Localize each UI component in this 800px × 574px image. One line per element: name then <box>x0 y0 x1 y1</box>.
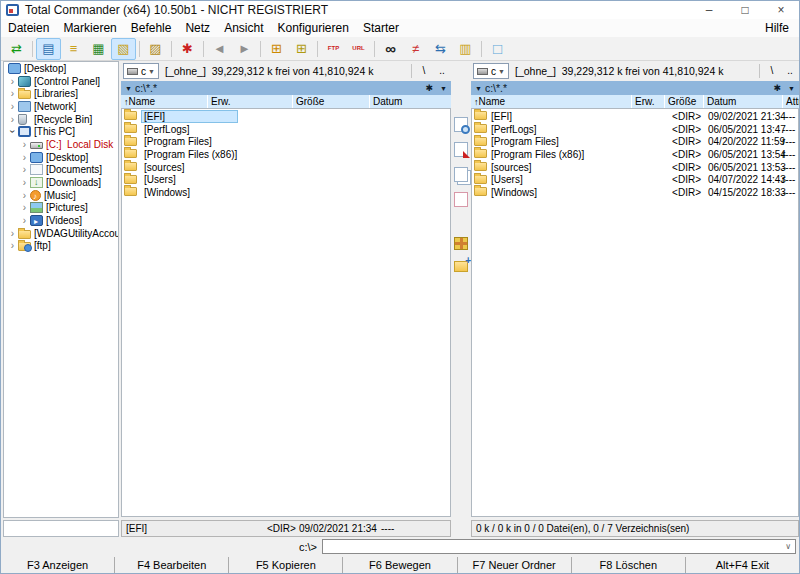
tree-item-libraries[interactable]: [Libraries] <box>4 87 118 100</box>
function-key-button[interactable]: F5 Kopieren <box>228 557 342 574</box>
file-row[interactable]: [EFI] <box>122 110 450 123</box>
tree-expander-icon[interactable] <box>19 215 30 226</box>
tree-view-icon[interactable]: ▧ <box>111 38 136 60</box>
refresh-icon[interactable]: ⇄ <box>4 38 29 60</box>
path-favorites-button[interactable]: ✱ <box>774 83 782 93</box>
menu-item[interactable]: Markieren <box>56 19 123 37</box>
path-dropdown-icon[interactable]: ▼ <box>125 85 132 92</box>
function-key-button[interactable]: F3 Anzeigen <box>1 557 114 574</box>
drive-selector[interactable]: c ▼ <box>473 63 509 79</box>
path-favorites-button[interactable]: ✱ <box>426 83 434 93</box>
back-icon[interactable]: ◄ <box>207 38 232 60</box>
tree-expander-icon[interactable] <box>7 76 18 87</box>
column-header[interactable]: Datum <box>370 95 451 108</box>
tree-item-network[interactable]: [Network] <box>4 100 118 113</box>
file-row[interactable]: [PerfLogs] <box>122 123 450 136</box>
path-history-button[interactable]: ▼ <box>440 85 447 92</box>
tree-expander-icon[interactable] <box>19 202 30 213</box>
tree-expander-icon[interactable] <box>7 240 18 251</box>
tree-expander-icon[interactable] <box>19 177 30 188</box>
thumbnails-view-icon[interactable]: ▦ <box>86 38 111 60</box>
tree-item-pictures[interactable]: [Pictures] <box>4 202 118 215</box>
function-key-button[interactable]: F4 Bearbeiten <box>114 557 228 574</box>
path-dropdown-icon[interactable]: ▼ <box>475 85 482 92</box>
tree-expander-icon[interactable] <box>7 114 18 125</box>
new-panel-icon[interactable]: □ <box>485 38 510 60</box>
menu-item[interactable]: Netz <box>178 19 217 37</box>
new-favorite-icon[interactable]: ✱ <box>175 38 200 60</box>
file-row[interactable]: [Users] <DIR> 04/07/2022 14:43 r--- <box>472 173 798 186</box>
tree-expander-icon[interactable] <box>7 126 18 137</box>
menu-item[interactable]: Ansicht <box>217 19 270 37</box>
function-key-button[interactable]: F7 Neuer Ordner <box>457 557 571 574</box>
goto-parent-button[interactable]: .. <box>433 62 451 80</box>
tree-expander-icon[interactable] <box>19 152 30 163</box>
tree-item-desktop[interactable]: [Desktop] <box>4 62 118 75</box>
column-header[interactable]: Größe <box>665 95 703 108</box>
minimize-button[interactable]: – <box>691 1 727 19</box>
path-history-button[interactable]: ▼ <box>788 85 795 92</box>
menu-item[interactable]: Dateien <box>1 19 56 37</box>
maximize-button[interactable]: □ <box>727 1 763 19</box>
search-icon[interactable]: ∞ <box>378 38 403 60</box>
goto-root-button[interactable]: \ <box>763 62 781 80</box>
function-key-button[interactable]: Alt+F4 Exit <box>685 557 799 574</box>
tree-item-desktop-folder[interactable]: [Desktop] <box>4 151 118 164</box>
file-row[interactable]: [Windows] <DIR> 04/15/2022 18:33 ---- <box>472 186 798 199</box>
menu-item[interactable]: Befehle <box>124 19 179 37</box>
column-header[interactable]: ↑Name <box>471 95 631 108</box>
file-row[interactable]: [sources] <box>122 161 450 174</box>
tree-item-documents[interactable]: [Documents] <box>4 164 118 177</box>
close-button[interactable]: × <box>763 1 799 19</box>
view-file-icon[interactable] <box>454 117 468 132</box>
file-row[interactable]: [Program Files (x86)] <box>122 148 450 161</box>
goto-root-button[interactable]: \ <box>415 62 433 80</box>
toolbar-separator[interactable] <box>32 41 33 57</box>
file-row[interactable]: [Users] <box>122 173 450 186</box>
function-key-button[interactable]: F8 Löschen <box>571 557 685 574</box>
sync-dirs-icon[interactable]: ⇆ <box>428 38 453 60</box>
toolbar-separator[interactable] <box>481 41 482 57</box>
file-row[interactable]: [Program Files (x86)] <DIR> 06/05/2021 1… <box>472 148 798 161</box>
ftp-url-icon[interactable]: URL <box>346 38 371 60</box>
column-header[interactable]: Attr. <box>783 95 799 108</box>
tree-item-recycle-bin[interactable]: [Recycle Bin] <box>4 113 118 126</box>
column-header[interactable]: Datum <box>704 95 782 108</box>
function-key-button[interactable]: F6 Bewegen <box>342 557 456 574</box>
toolbar-separator[interactable] <box>139 41 140 57</box>
toolbar-separator[interactable] <box>171 41 172 57</box>
column-header[interactable]: Erw. <box>632 95 664 108</box>
copy-files-icon[interactable] <box>454 167 468 182</box>
tree-item-control-panel[interactable]: [Control Panel] <box>4 75 118 88</box>
unpack-files-icon[interactable]: ⊞ <box>289 38 314 60</box>
full-view-icon[interactable]: ≡ <box>61 38 86 60</box>
command-history-icon[interactable]: ∨ <box>785 542 791 551</box>
tree-item-music[interactable]: [Music] <box>4 189 118 202</box>
tree-item-downloads[interactable]: [Downloads] <box>4 176 118 189</box>
new-folder-icon[interactable] <box>454 261 468 272</box>
forward-icon[interactable]: ► <box>232 38 257 60</box>
brief-view-icon[interactable]: ▤ <box>36 38 61 60</box>
column-header[interactable]: Größe <box>293 95 369 108</box>
file-row[interactable]: [Program Files] <box>122 135 450 148</box>
dir-compare-icon[interactable]: ▥ <box>453 38 478 60</box>
pack-files-icon[interactable]: ⊞ <box>264 38 289 60</box>
tree-expander-icon[interactable] <box>7 101 18 112</box>
tree-item-wdagutilityaccount[interactable]: [WDAGUtilityAccount] <box>4 227 118 240</box>
tree-expander-icon[interactable] <box>7 88 18 99</box>
tree-expander-icon[interactable] <box>19 190 30 201</box>
tree-item-ftp[interactable]: [ftp] <box>4 240 118 253</box>
column-header[interactable]: ↑Name <box>121 95 207 108</box>
tree-item-this-pc[interactable]: [This PC] <box>4 125 118 138</box>
file-row[interactable]: [sources] <DIR> 06/05/2021 13:53 ---- <box>472 161 798 174</box>
tree-expander-icon[interactable] <box>19 164 30 175</box>
split-tree-icon[interactable]: ▨ <box>143 38 168 60</box>
command-input[interactable] <box>322 539 796 554</box>
file-row[interactable]: [EFI] <DIR> 09/02/2021 21:34 ---- <box>472 110 798 123</box>
tree-expander-icon[interactable] <box>19 139 30 150</box>
file-row[interactable]: [Windows] <box>122 186 450 199</box>
toolbar-separator[interactable] <box>203 41 204 57</box>
toolbar-separator[interactable] <box>374 41 375 57</box>
multi-rename-icon[interactable]: ≠ <box>403 38 428 60</box>
tree-item-drive-c[interactable]: [C:] Local Disk <box>4 138 118 151</box>
